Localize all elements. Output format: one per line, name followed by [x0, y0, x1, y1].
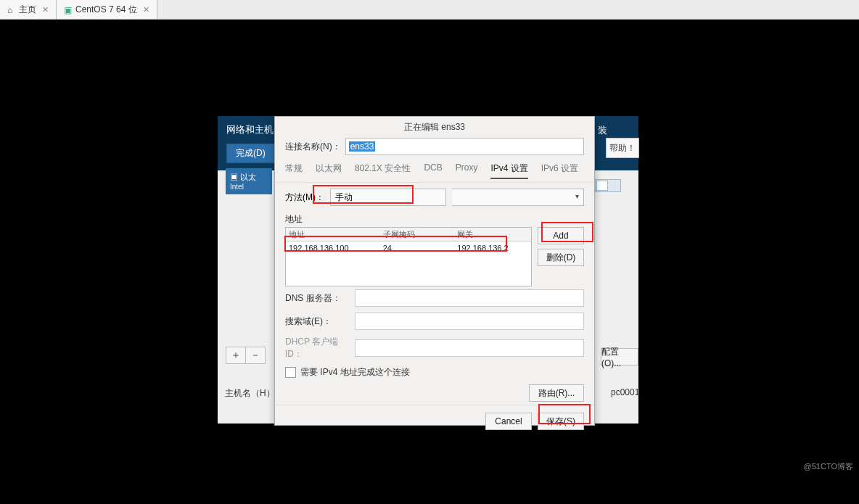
home-icon	[7, 5, 16, 14]
addresses-area: 地址 子网掩码 网关 192.168.136.100 24 192.168.13…	[275, 227, 594, 286]
col-gateway: 网关	[454, 229, 548, 240]
cell-gateway[interactable]: 192.168.136.2	[454, 244, 548, 252]
chevron-down-icon: ▾	[575, 192, 579, 200]
edit-connection-dialog: 正在编辑 ens33 连接名称(N)： ens33 常规 以太网 802.1X …	[274, 116, 595, 426]
interface-toggle[interactable]	[595, 179, 621, 192]
save-button[interactable]: 保存(S)	[538, 413, 584, 430]
hostname-value: pc0001	[611, 387, 639, 397]
dialog-tabs: 常规 以太网 802.1X 安全性 DCB Proxy IPv4 设置 IPv6…	[275, 157, 594, 183]
dns-label: DNS 服务器：	[285, 292, 350, 305]
remove-iface-button[interactable]: －	[246, 347, 266, 364]
cell-address[interactable]: 192.168.136.100	[286, 244, 380, 252]
dialog-footer: Cancel 保存(S)	[275, 405, 594, 437]
configure-button[interactable]: 配置(O)...	[601, 348, 638, 365]
dhcpid-row: DHCP 客户端 ID：	[275, 333, 594, 363]
method-row: 方法(M)： 手动 ▾	[275, 183, 594, 207]
tab-vm-label: CentOS 7 64 位	[75, 4, 137, 16]
addresses-table: 地址 子网掩码 网关 192.168.136.100 24 192.168.13…	[285, 227, 532, 286]
cancel-button[interactable]: Cancel	[485, 413, 532, 430]
method-combo[interactable]: 手动	[330, 189, 446, 206]
dhcpid-label: DHCP 客户端 ID：	[285, 336, 350, 360]
searchdomain-input[interactable]	[355, 313, 584, 330]
interface-label: ▣ 以太	[230, 172, 256, 183]
require-ipv4-label: 需要 IPv4 地址完成这个连接	[300, 366, 410, 379]
col-address: 地址	[286, 229, 380, 240]
dns-input[interactable]	[355, 289, 584, 307]
addresses-label: 地址	[275, 207, 594, 227]
add-address-button[interactable]: Add	[538, 227, 584, 244]
dns-row: DNS 服务器：	[275, 286, 594, 310]
require-ipv4-row[interactable]: 需要 IPv4 地址完成这个连接	[275, 363, 594, 381]
tab-ipv4[interactable]: IPv4 设置	[490, 162, 527, 179]
help-button[interactable]: 帮助！	[606, 138, 639, 158]
hostname-label: 主机名（H）	[225, 387, 275, 400]
tab-general[interactable]: 常规	[285, 162, 303, 179]
tab-8021x[interactable]: 802.1X 安全性	[355, 162, 411, 179]
searchdomain-label: 搜索域(E)：	[285, 315, 350, 328]
col-netmask: 子网掩码	[380, 229, 455, 240]
app-tabbar: 主页 ✕ CentOS 7 64 位 ✕	[0, 0, 859, 20]
connection-name-label: 连接名称(N)：	[285, 141, 341, 153]
close-icon[interactable]: ✕	[143, 5, 149, 15]
done-button[interactable]: 完成(D)	[226, 144, 275, 163]
tab-ipv6[interactable]: IPv6 设置	[541, 162, 578, 179]
addresses-side-buttons: Add 删除(D)	[538, 227, 584, 286]
connection-name-value: ens33	[349, 141, 376, 152]
cell-netmask[interactable]: 24	[380, 244, 455, 252]
method-combo-tail[interactable]: ▾	[452, 189, 584, 206]
interface-sublabel: Intel	[230, 183, 244, 191]
searchdomain-row: 搜索域(E)：	[275, 310, 594, 333]
text-fragment: 装	[598, 124, 607, 137]
tab-vm[interactable]: CentOS 7 64 位 ✕	[57, 0, 157, 19]
route-row: 路由(R)...	[275, 381, 594, 405]
anaconda-title: 网络和主机	[226, 123, 274, 136]
iface-plusminus: ＋ －	[226, 347, 266, 364]
watermark: @51CTO博客	[804, 461, 853, 472]
routes-button[interactable]: 路由(R)...	[529, 384, 584, 402]
close-icon[interactable]: ✕	[42, 5, 49, 15]
tab-home-label: 主页	[19, 4, 36, 16]
address-row[interactable]: 192.168.136.100 24 192.168.136.2	[286, 241, 531, 255]
tab-dcb[interactable]: DCB	[424, 162, 442, 179]
tab-home[interactable]: 主页 ✕	[0, 0, 57, 19]
addresses-header: 地址 子网掩码 网关	[286, 228, 531, 241]
require-ipv4-checkbox[interactable]	[285, 367, 296, 378]
connection-name-row: 连接名称(N)： ens33	[275, 136, 594, 157]
tab-proxy[interactable]: Proxy	[456, 162, 478, 179]
connection-name-input[interactable]: ens33	[345, 138, 584, 155]
dialog-title: 正在编辑 ens33	[275, 117, 594, 136]
method-label: 方法(M)：	[285, 191, 324, 204]
method-value: 手动	[335, 191, 353, 204]
tab-ethernet[interactable]: 以太网	[316, 162, 342, 179]
interface-card[interactable]: ▣ 以太 Intel	[226, 168, 272, 194]
delete-address-button[interactable]: 删除(D)	[538, 249, 584, 266]
add-iface-button[interactable]: ＋	[226, 347, 246, 364]
vm-icon	[64, 5, 73, 14]
dhcpid-input[interactable]	[355, 339, 584, 357]
